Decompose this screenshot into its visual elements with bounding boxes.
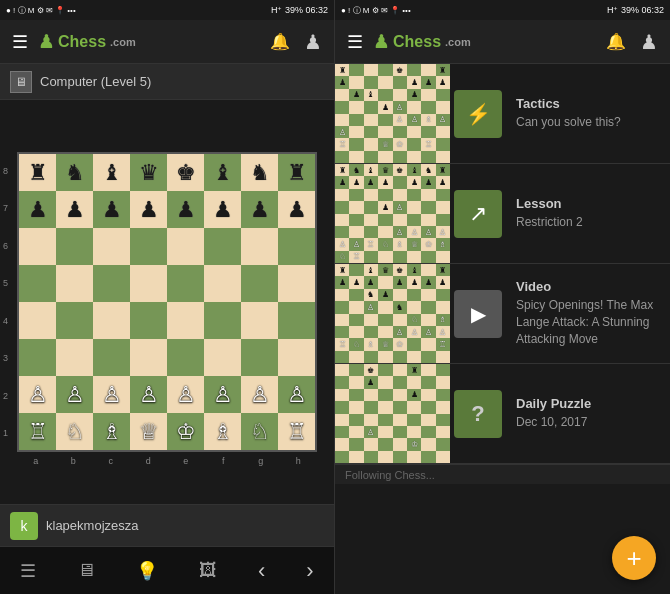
chess-cell[interactable]: ♟ bbox=[241, 191, 278, 228]
chess-cell[interactable]: ♙ bbox=[167, 376, 204, 413]
chess-cell[interactable]: ♙ bbox=[241, 376, 278, 413]
chess-cell[interactable] bbox=[167, 302, 204, 339]
mini-cell: ♟ bbox=[421, 276, 435, 288]
chess-cell[interactable]: ♗ bbox=[93, 413, 130, 450]
chess-cell[interactable] bbox=[56, 302, 93, 339]
chess-cell[interactable] bbox=[241, 339, 278, 376]
feed-item-daily-puzzle[interactable]: ♚♜♟♟♙♔?Daily PuzzleDec 10, 2017 bbox=[335, 364, 670, 464]
chess-cell[interactable] bbox=[167, 228, 204, 265]
mini-cell bbox=[436, 201, 450, 213]
nav-hint[interactable]: 💡 bbox=[124, 552, 170, 590]
mini-cell: ♗ bbox=[393, 238, 407, 250]
chess-cell[interactable]: ♖ bbox=[278, 413, 315, 450]
chess-cell[interactable]: ♜ bbox=[278, 154, 315, 191]
mini-cell: ♜ bbox=[335, 64, 349, 76]
rank-labels: 8 7 6 5 4 3 2 1 bbox=[3, 152, 8, 452]
chess-cell[interactable] bbox=[56, 228, 93, 265]
chess-cell[interactable] bbox=[241, 228, 278, 265]
profile-icon[interactable]: ♟ bbox=[304, 30, 322, 54]
chess-cell[interactable]: ♛ bbox=[130, 154, 167, 191]
nav-menu[interactable]: ☰ bbox=[8, 552, 48, 590]
chess-cell[interactable] bbox=[167, 265, 204, 302]
nav-gallery[interactable]: 🖼 bbox=[187, 552, 229, 589]
chess-cell[interactable]: ♙ bbox=[56, 376, 93, 413]
chess-cell[interactable] bbox=[167, 339, 204, 376]
nav-forward[interactable]: › bbox=[294, 550, 325, 592]
chess-board[interactable]: ♜♞♝♛♚♝♞♜♟♟♟♟♟♟♟♟♙♙♙♙♙♙♙♙♖♘♗♕♔♗♘♖ bbox=[17, 152, 317, 452]
chess-cell[interactable]: ♟ bbox=[130, 191, 167, 228]
chess-cell[interactable] bbox=[19, 339, 56, 376]
chess-cell[interactable]: ♞ bbox=[241, 154, 278, 191]
chess-cell[interactable] bbox=[130, 339, 167, 376]
fab-button[interactable]: + bbox=[612, 536, 656, 580]
chess-cell[interactable]: ♔ bbox=[167, 413, 204, 450]
feed-item-video[interactable]: ♜♝♛♚♝♜♟♟♟♟♟♟♟♞♟♙♞♘♗♙♙♙♙♖♘♗♕♔♖▶VideoSpicy… bbox=[335, 264, 670, 364]
chess-cell[interactable]: ♚ bbox=[167, 154, 204, 191]
feed-item-tactics[interactable]: ♜♚♜♟♟♟♟♟♝♟♟♙♙♙♗♙♙♖♕♔♖⚡TacticsCan you sol… bbox=[335, 64, 670, 164]
chess-cell[interactable]: ♗ bbox=[204, 413, 241, 450]
chess-cell[interactable] bbox=[19, 302, 56, 339]
feed-item-lesson[interactable]: ♜♞♝♛♚♝♞♜♟♟♟♟♟♟♟♟♙♙♙♙♙♙♙♖♘♗♕♔♗♘♖↗LessonRe… bbox=[335, 164, 670, 264]
chess-cell[interactable]: ♟ bbox=[93, 191, 130, 228]
chess-cell[interactable]: ♙ bbox=[19, 376, 56, 413]
chess-cell[interactable] bbox=[56, 265, 93, 302]
chess-cell[interactable] bbox=[278, 339, 315, 376]
chess-cell[interactable]: ♟ bbox=[56, 191, 93, 228]
chess-cell[interactable]: ♟ bbox=[278, 191, 315, 228]
chess-cell[interactable] bbox=[93, 265, 130, 302]
chess-cell[interactable]: ♖ bbox=[19, 413, 56, 450]
status-bar-right-2: H⁺ 39% 06:32 bbox=[607, 5, 664, 15]
right-bell-icon[interactable]: 🔔 bbox=[606, 32, 626, 51]
chess-cell[interactable] bbox=[93, 302, 130, 339]
chess-cell[interactable] bbox=[130, 228, 167, 265]
chess-cell[interactable] bbox=[204, 265, 241, 302]
chess-cell[interactable]: ♝ bbox=[93, 154, 130, 191]
mini-cell bbox=[335, 438, 349, 450]
bell-icon[interactable]: 🔔 bbox=[270, 32, 290, 51]
chess-cell[interactable] bbox=[278, 265, 315, 302]
chess-cell[interactable] bbox=[130, 302, 167, 339]
chess-cell[interactable] bbox=[19, 228, 56, 265]
chess-cell[interactable]: ♘ bbox=[241, 413, 278, 450]
right-profile-icon[interactable]: ♟ bbox=[640, 30, 658, 54]
mini-cell bbox=[407, 301, 421, 313]
chess-cell[interactable] bbox=[19, 265, 56, 302]
nav-back[interactable]: ‹ bbox=[246, 550, 277, 592]
chess-cell[interactable] bbox=[278, 302, 315, 339]
chess-cell[interactable] bbox=[204, 339, 241, 376]
chess-cell[interactable]: ♙ bbox=[130, 376, 167, 413]
mini-cell bbox=[378, 189, 392, 201]
mini-cell: ♙ bbox=[436, 226, 450, 238]
chess-cell[interactable]: ♝ bbox=[204, 154, 241, 191]
chess-cell[interactable]: ♟ bbox=[19, 191, 56, 228]
chess-cell[interactable] bbox=[130, 265, 167, 302]
chess-cell[interactable] bbox=[93, 228, 130, 265]
chess-cell[interactable]: ♟ bbox=[204, 191, 241, 228]
chess-cell[interactable] bbox=[56, 339, 93, 376]
chess-cell[interactable]: ♙ bbox=[93, 376, 130, 413]
mini-cell bbox=[393, 438, 407, 450]
chess-cell[interactable] bbox=[241, 265, 278, 302]
chess-cell[interactable]: ♟ bbox=[167, 191, 204, 228]
chess-cell[interactable]: ♙ bbox=[204, 376, 241, 413]
chess-cell[interactable] bbox=[93, 339, 130, 376]
mini-cell: ♟ bbox=[378, 101, 392, 113]
chess-cell[interactable] bbox=[204, 228, 241, 265]
mini-cell bbox=[407, 451, 421, 463]
mini-cell bbox=[364, 251, 378, 263]
chess-cell[interactable]: ♞ bbox=[56, 154, 93, 191]
chess-cell[interactable] bbox=[278, 228, 315, 265]
mini-cell: ♙ bbox=[393, 201, 407, 213]
chess-cell[interactable]: ♙ bbox=[278, 376, 315, 413]
chess-cell[interactable]: ♘ bbox=[56, 413, 93, 450]
chess-cell[interactable]: ♕ bbox=[130, 413, 167, 450]
mini-cell bbox=[378, 389, 392, 401]
chess-cell[interactable] bbox=[241, 302, 278, 339]
chess-cell[interactable] bbox=[204, 302, 241, 339]
right-hamburger-icon[interactable]: ☰ bbox=[347, 31, 363, 53]
mini-cell bbox=[393, 451, 407, 463]
hamburger-icon[interactable]: ☰ bbox=[12, 31, 28, 53]
chess-cell[interactable]: ♜ bbox=[19, 154, 56, 191]
mini-cell bbox=[349, 301, 363, 313]
nav-computer[interactable]: 🖥 bbox=[65, 552, 107, 589]
